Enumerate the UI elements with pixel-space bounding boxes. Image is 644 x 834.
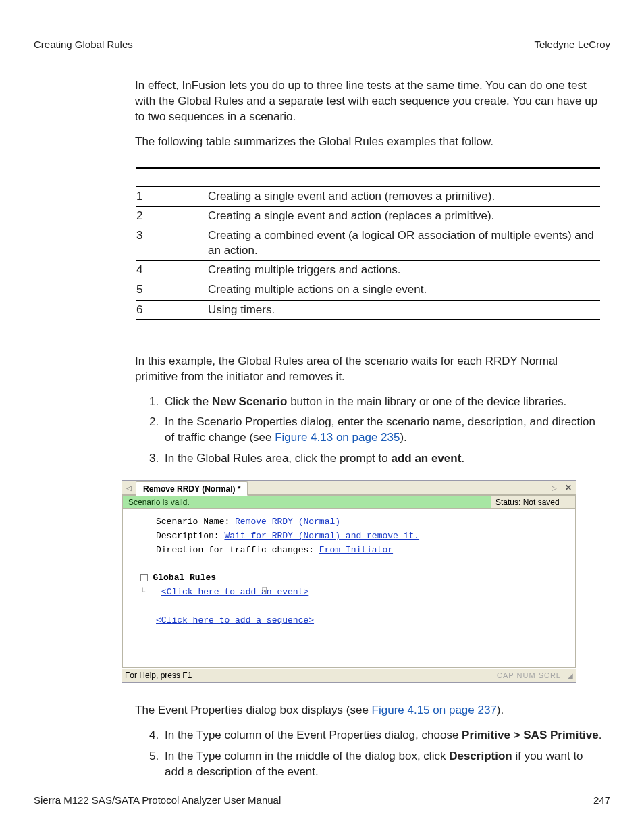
scenario-status-bar: Scenario is valid. Status: Not saved bbox=[122, 495, 576, 509]
add-sequence-prompt[interactable]: <Click here to add a sequence> bbox=[156, 615, 314, 625]
step-text: . bbox=[599, 729, 602, 741]
step-text: . bbox=[461, 452, 464, 465]
table-cell-number: 6 bbox=[136, 300, 208, 319]
tab-scroll-left-icon[interactable]: ◁ bbox=[122, 484, 136, 493]
scenario-name-label: Scenario Name: bbox=[156, 517, 235, 527]
header-company: Teledyne LeCroy bbox=[534, 38, 610, 51]
keyboard-indicators: CAP NUM SCRL bbox=[497, 671, 565, 681]
step-text: In the Type column in the middle of the … bbox=[165, 750, 449, 762]
table-cell-number: 4 bbox=[136, 261, 208, 280]
page-footer: Sierra M122 SAS/SATA Protocol Analyzer U… bbox=[34, 793, 610, 807]
step-bold: New Scenario bbox=[212, 395, 288, 408]
running-header: Creating Global Rules Teledyne LeCroy bbox=[34, 38, 610, 51]
step-item: Click the New Scenario button in the mai… bbox=[162, 394, 603, 410]
step-item: In the Global Rules area, click the prom… bbox=[162, 451, 603, 467]
scenario-tab[interactable]: Remove RRDY (Normal) * bbox=[136, 481, 248, 496]
header-section-title: Creating Global Rules bbox=[34, 38, 133, 51]
intro-paragraph-1: In effect, InFusion lets you do up to th… bbox=[135, 78, 603, 125]
table-cell-number: 5 bbox=[136, 280, 208, 300]
direction-value[interactable]: From Initiator bbox=[319, 545, 393, 555]
direction-label: Direction for traffic changes: bbox=[156, 545, 319, 555]
cross-reference-link[interactable]: Figure 4.13 on page 235 bbox=[275, 431, 400, 444]
global-rules-heading: Global Rules bbox=[153, 573, 216, 583]
step-text: Click the bbox=[165, 395, 212, 408]
step-item: In the Scenario Properties dialog, enter… bbox=[162, 415, 603, 446]
table-cell-description: Creating a single event and action (repl… bbox=[208, 207, 600, 226]
scenario-editor-area: Scenario Name: Remove RRDY (Normal) Desc… bbox=[122, 509, 576, 668]
table-row: 4 Creating multiple triggers and actions… bbox=[136, 261, 600, 280]
description-value[interactable]: Wait for RRDY (Normal) and remove it. bbox=[224, 531, 419, 541]
tab-strip: ◁ Remove RRDY (Normal) * ▷ ✕ bbox=[122, 481, 576, 495]
examples-summary-table: 1 Creating a single event and action (re… bbox=[136, 167, 600, 320]
table-cell-description: Creating multiple actions on a single ev… bbox=[208, 280, 600, 300]
table-row: 1 Creating a single event and action (re… bbox=[136, 187, 600, 207]
step-text: In the Type column of the Event Properti… bbox=[165, 729, 462, 741]
table-cell-number: 2 bbox=[136, 207, 208, 226]
table-cell-description: Using timers. bbox=[208, 300, 600, 319]
table-cell-description: Creating a single event and action (remo… bbox=[208, 187, 600, 207]
table-row: 2 Creating a single event and action (re… bbox=[136, 207, 600, 226]
add-event-prompt[interactable]: <Click here to add an event> bbox=[161, 587, 308, 597]
step-bold: Primitive > SAS Primitive bbox=[462, 729, 599, 741]
scenario-editor-window: ◁ Remove RRDY (Normal) * ▷ ✕ Scenario is… bbox=[122, 480, 576, 683]
step-item: In the Type column in the middle of the … bbox=[162, 749, 603, 780]
step-text: ). bbox=[400, 431, 406, 444]
steps-list-1: Click the New Scenario button in the mai… bbox=[135, 394, 603, 467]
tree-collapse-icon[interactable]: − bbox=[140, 574, 148, 581]
description-label: Description: bbox=[156, 531, 224, 541]
tab-scroll-right-icon[interactable]: ▷ bbox=[547, 484, 561, 493]
cross-reference-link[interactable]: Figure 4.15 on page 237 bbox=[372, 704, 497, 716]
step-bold: Description bbox=[449, 750, 512, 762]
steps-list-2: In the Type column of the Event Properti… bbox=[135, 728, 603, 780]
step-text: button in the main library or one of the… bbox=[287, 395, 566, 408]
intro-paragraph-2: The following table summarizes the Globa… bbox=[135, 134, 603, 150]
step-text: In the Global Rules area, click the prom… bbox=[165, 452, 391, 465]
footer-manual-title: Sierra M122 SAS/SATA Protocol Analyzer U… bbox=[34, 793, 281, 807]
step-bold: add an event bbox=[391, 452, 461, 465]
after-figure-paragraph: The Event Properties dialog box displays… bbox=[135, 703, 603, 719]
scenario-valid-message: Scenario is valid. bbox=[122, 495, 491, 509]
window-status-bar: For Help, press F1 CAP NUM SCRL ◢ bbox=[122, 668, 576, 682]
close-tab-icon[interactable]: ✕ bbox=[561, 482, 576, 493]
footer-page-number: 247 bbox=[593, 793, 610, 807]
table-cell-number: 3 bbox=[136, 226, 208, 261]
help-hint: For Help, press F1 bbox=[125, 670, 192, 681]
scenario-save-status: Status: Not saved bbox=[491, 495, 576, 509]
step-item: In the Type column of the Event Properti… bbox=[162, 728, 603, 744]
table-row: 3 Creating a combined event (a logical O… bbox=[136, 226, 600, 261]
scenario-name-value[interactable]: Remove RRDY (Normal) bbox=[235, 517, 340, 527]
table-row: 5 Creating multiple actions on a single … bbox=[136, 280, 600, 300]
table-cell-description: Creating multiple triggers and actions. bbox=[208, 261, 600, 280]
table-cell-description: Creating a combined event (a logical OR … bbox=[208, 226, 600, 261]
example-intro-paragraph: In this example, the Global Rules area o… bbox=[135, 354, 603, 385]
resize-grip-icon[interactable]: ◢ bbox=[565, 671, 573, 681]
table-cell-number: 1 bbox=[136, 187, 208, 207]
text-span: The Event Properties dialog box displays… bbox=[135, 704, 372, 716]
text-span: ). bbox=[497, 704, 504, 716]
table-row: 6 Using timers. bbox=[136, 300, 600, 319]
